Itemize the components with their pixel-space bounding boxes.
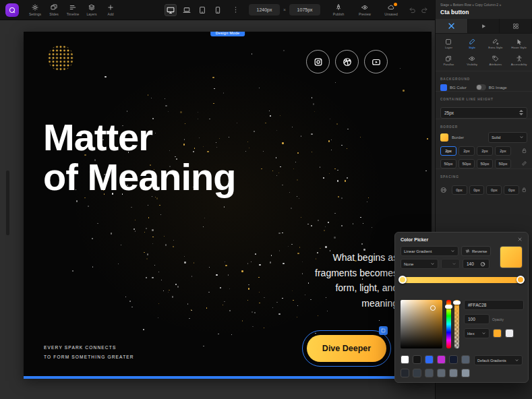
- bg-image-toggle[interactable]: [476, 84, 486, 90]
- vertical-scrollbar[interactable]: [6, 171, 9, 235]
- tool-layer[interactable]: Layer: [437, 38, 461, 50]
- gradient-slider[interactable]: [402, 277, 521, 283]
- gradient-type-select[interactable]: Linear Gradient: [401, 246, 459, 256]
- design-canvas[interactable]: Design Mode Matter of Meaning What begin…: [24, 32, 432, 379]
- color-swatch[interactable]: [461, 369, 470, 377]
- color-swatch[interactable]: [449, 369, 458, 377]
- color-swatch[interactable]: [413, 355, 421, 364]
- border-width-bottom-input[interactable]: 2px: [477, 146, 493, 156]
- gradient-angle-input[interactable]: 140: [463, 259, 490, 269]
- alpha-slider[interactable]: [454, 300, 459, 348]
- color-swatch[interactable]: [437, 355, 446, 364]
- lock-icon[interactable]: [521, 148, 527, 154]
- border-radius-tr-input[interactable]: 50px: [459, 159, 475, 168]
- cta-button[interactable]: Dive Deeper: [307, 335, 386, 362]
- bg-color-swatch[interactable]: [440, 84, 447, 91]
- device-desktop-button[interactable]: [165, 4, 177, 16]
- nav-add[interactable]: Add: [101, 4, 120, 16]
- margin-right-input[interactable]: 0px: [469, 185, 485, 195]
- current-gradient-swatch[interactable]: [500, 246, 523, 268]
- lock-icon[interactable]: [521, 187, 527, 193]
- app-logo[interactable]: [5, 3, 19, 17]
- saturation-value-picker[interactable]: [401, 300, 442, 348]
- secondary-color-chip[interactable]: [505, 329, 514, 338]
- device-laptop-button[interactable]: [181, 5, 192, 16]
- hex-input[interactable]: #FFAC28: [464, 300, 524, 310]
- tool-style[interactable]: Style: [461, 38, 484, 50]
- hue-handle[interactable]: [445, 305, 452, 309]
- breadcrumb[interactable]: Stage » Bottom Row » Copy Column-2 »: [440, 3, 527, 7]
- chevron-down-icon: [481, 331, 486, 336]
- tab-design-tools[interactable]: [436, 19, 468, 33]
- color-swatch[interactable]: [401, 369, 409, 377]
- nav-timeline[interactable]: Timeline: [63, 4, 82, 16]
- device-tablet-button[interactable]: [197, 5, 208, 16]
- tool-extra-style[interactable]: Extra Style: [484, 38, 508, 50]
- color-swatch[interactable]: [437, 369, 446, 377]
- color-format-select[interactable]: Hex: [464, 328, 490, 338]
- color-swatch[interactable]: [461, 355, 470, 364]
- particle-field: [24, 32, 432, 379]
- border-color-swatch[interactable]: [440, 133, 448, 142]
- alpha-handle[interactable]: [453, 301, 461, 305]
- tool-accessibility[interactable]: Accessibility: [507, 55, 531, 67]
- opacity-input[interactable]: 100: [464, 314, 490, 324]
- design-mode-badge[interactable]: Design Mode: [210, 32, 245, 36]
- canvas-height-input[interactable]: 1075px: [289, 4, 320, 16]
- canvas-size-controls: 1240px × 1075px: [249, 4, 320, 16]
- stop-unit-select[interactable]: [441, 259, 460, 269]
- nav-layers[interactable]: Layers: [82, 4, 101, 16]
- hue-slider[interactable]: [446, 300, 451, 348]
- link-icon[interactable]: [521, 160, 527, 166]
- undo-icon[interactable]: [409, 6, 416, 13]
- color-swatch[interactable]: [449, 355, 458, 364]
- bg-image-label: BG Image: [489, 86, 507, 90]
- gradient-stop-handle-start[interactable]: [398, 276, 407, 284]
- nav-settings[interactable]: Settings: [26, 4, 45, 16]
- preview-button[interactable]: Preview: [355, 4, 375, 16]
- tool-attributes[interactable]: Attributes: [484, 55, 508, 67]
- unsaved-button[interactable]: Unsaved: [381, 4, 401, 16]
- canvas-width-input[interactable]: 1240px: [249, 4, 280, 16]
- tool-visibility[interactable]: Visibility: [461, 55, 484, 67]
- color-swatch[interactable]: [401, 355, 409, 364]
- gradient-stop-handle-end[interactable]: [516, 276, 525, 284]
- selection-settings-badge[interactable]: [379, 326, 388, 335]
- publish-button[interactable]: Publish: [328, 4, 349, 16]
- tool-hover-style[interactable]: Hover Style: [507, 38, 531, 50]
- border-radius-br-input[interactable]: 50px: [477, 159, 493, 168]
- border-width-right-input[interactable]: 2px: [459, 146, 475, 156]
- saturation-cursor[interactable]: [430, 305, 436, 311]
- margin-top-input[interactable]: 0px: [452, 185, 467, 195]
- line-height-input[interactable]: 25px: [440, 107, 527, 119]
- cursor-icon: [516, 38, 523, 45]
- border-section-label: BORDER: [436, 119, 532, 132]
- stepper-icon[interactable]: [519, 110, 523, 115]
- device-phone-button[interactable]: [212, 5, 223, 16]
- border-width-top-input[interactable]: 2px: [440, 146, 456, 156]
- border-style-select[interactable]: Solid: [488, 132, 527, 143]
- tool-parallax[interactable]: Parallax: [437, 55, 461, 67]
- tab-components[interactable]: [500, 19, 532, 33]
- color-swatch[interactable]: [425, 369, 434, 377]
- current-color-chip[interactable]: [493, 329, 502, 338]
- margin-bottom-input[interactable]: 0px: [486, 185, 502, 195]
- color-swatch[interactable]: [413, 369, 421, 377]
- tab-interactions[interactable]: [468, 19, 500, 33]
- chevron-down-icon: [430, 262, 435, 266]
- stop-mode-select[interactable]: None: [401, 259, 438, 269]
- reverse-gradient-button[interactable]: Reverse: [461, 246, 491, 256]
- border-radius-bl-input[interactable]: 50px: [495, 159, 511, 168]
- margin-left-input[interactable]: 0px: [504, 185, 519, 195]
- device-more-button[interactable]: [232, 6, 239, 13]
- close-icon[interactable]: [517, 237, 523, 242]
- redo-icon[interactable]: [421, 6, 428, 13]
- border-radius-tl-input[interactable]: 50px: [440, 159, 456, 168]
- default-gradients-select[interactable]: Default Gradients: [474, 355, 523, 365]
- chevron-down-icon: [519, 135, 524, 140]
- color-picker-title: Color Picker: [401, 237, 428, 242]
- border-width-left-input[interactable]: 2px: [495, 146, 511, 156]
- main-nav: Settings Slides Timeline Layers Add: [26, 4, 120, 16]
- nav-slides[interactable]: Slides: [45, 4, 63, 16]
- color-swatch[interactable]: [425, 355, 434, 364]
